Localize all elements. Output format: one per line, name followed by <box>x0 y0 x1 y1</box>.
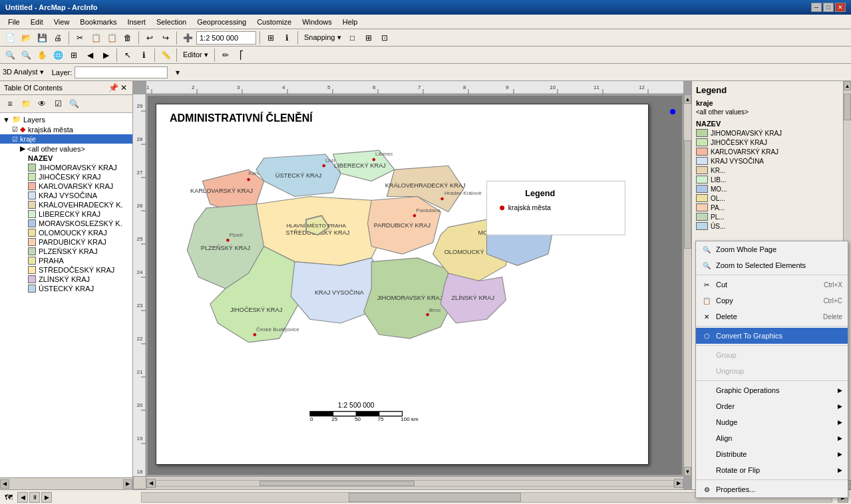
ctx-zoom-selected[interactable]: 🔍 Zoom to Selected Elements <box>696 257 848 273</box>
sketch2[interactable]: ⎡ <box>234 48 249 63</box>
toc-all-other[interactable]: ▶ <all other values> <box>0 144 132 154</box>
paste-button[interactable]: 📋 <box>104 31 119 45</box>
delete-button[interactable]: 🗑 <box>120 31 135 45</box>
toc-legend-14[interactable]: ÚSTECKÝ KRAJ <box>0 284 132 293</box>
ctx-zoom-whole-page[interactable]: 🔍 Zoom Whole Page <box>696 241 848 257</box>
ctx-copy[interactable]: 📋 Copy Ctrl+C <box>696 293 848 309</box>
scroll-down-btn[interactable]: ▼ <box>684 467 691 476</box>
snap3[interactable]: ⊡ <box>377 31 392 45</box>
toc-legend-8[interactable]: OLOMOUCKÝ KRAJ <box>0 228 132 237</box>
save-button[interactable]: 💾 <box>35 31 49 45</box>
toc-sel-view[interactable]: ☑ <box>51 96 65 111</box>
menu-help[interactable]: Help <box>337 17 363 27</box>
ctx-nudge[interactable]: Nudge ▶ <box>696 414 848 430</box>
scale-input[interactable] <box>196 31 256 45</box>
new-button[interactable]: 📄 <box>3 31 17 45</box>
h-scrollbar[interactable]: ◀ ▶ <box>146 476 683 489</box>
menu-windows[interactable]: Windows <box>297 17 337 27</box>
ctx-align[interactable]: Align ▶ <box>696 430 848 446</box>
menu-view[interactable]: View <box>49 17 75 27</box>
print-button[interactable]: 🖨 <box>51 31 65 45</box>
toc-legend-11[interactable]: PRAHA <box>0 256 132 265</box>
zoom-in[interactable]: 🔍 <box>3 48 17 63</box>
menu-geoprocessing[interactable]: Geoprocessing <box>192 17 252 27</box>
h-scrollbar-thumb[interactable] <box>259 481 415 486</box>
ctx-distribute[interactable]: Distribute ▶ <box>696 446 848 462</box>
layer-input[interactable] <box>75 66 168 78</box>
scroll-right-btn[interactable]: ▶ <box>674 479 683 488</box>
v-scrollbar-thumb[interactable] <box>684 140 691 249</box>
ctx-cut[interactable]: ✂ Cut Ctrl+X <box>696 277 848 293</box>
pause-btn[interactable]: ⏸ <box>29 492 40 503</box>
toc-close[interactable]: ✕ <box>119 83 128 92</box>
prev-extent[interactable]: ◀ <box>83 48 97 63</box>
cut-button[interactable]: ✂ <box>73 31 87 45</box>
scroll-left[interactable]: ◀ <box>0 479 9 489</box>
right-scroll-up[interactable]: ▲ <box>844 81 851 90</box>
menu-selection[interactable]: Selection <box>151 17 192 27</box>
menu-edit[interactable]: Edit <box>25 17 49 27</box>
scroll-left-btn[interactable]: ◀ <box>146 479 156 488</box>
snap2[interactable]: ⊞ <box>361 31 376 45</box>
menu-insert[interactable]: Insert <box>122 17 151 27</box>
toc-legend-2[interactable]: JIHOČESKÝ KRAJ <box>0 172 132 182</box>
toc-legend-12[interactable]: STŘEDOČESKÝ KRAJ <box>0 265 132 275</box>
redo-button[interactable]: ↪ <box>158 31 173 45</box>
main-hscroll-thumb[interactable] <box>349 493 521 502</box>
toc-pin[interactable]: 📌 <box>108 83 118 92</box>
maximize-button[interactable]: □ <box>823 3 834 12</box>
toc-vis-view[interactable]: 👁 <box>35 96 49 111</box>
analyst-dropdown[interactable]: 3D Analyst ▾ <box>3 68 44 76</box>
undo-button[interactable]: ↩ <box>142 31 157 45</box>
globe[interactable]: 🌐 <box>51 48 65 63</box>
toc-list-view[interactable]: ≡ <box>3 96 17 111</box>
toc-legend-10[interactable]: PLZEŇSKÝ KRAJ <box>0 247 132 256</box>
menu-customize[interactable]: Customize <box>252 17 297 27</box>
toc-legend-6[interactable]: LIBERECKÝ KRAJ <box>0 209 132 219</box>
toc-search[interactable]: 🔍 <box>67 96 81 111</box>
menu-bookmarks[interactable]: Bookmarks <box>75 17 122 27</box>
menu-file[interactable]: File <box>3 17 25 27</box>
pan[interactable]: ✋ <box>35 48 49 63</box>
snap1[interactable]: □ <box>345 31 360 45</box>
identify2[interactable]: ℹ <box>136 48 151 63</box>
zoom-out[interactable]: 🔍 <box>19 48 33 63</box>
v-scrollbar[interactable]: ▲ ▼ <box>683 94 691 476</box>
toc-legend-9[interactable]: PARDUBICKÝ KRAJ <box>0 237 132 247</box>
toc-layers-group[interactable]: ▼ 📁 Layers <box>0 114 132 124</box>
toc-legend-4[interactable]: KRAJ VYSOČINA <box>0 191 132 200</box>
snapping-dropdown[interactable]: Snapping ▾ <box>304 33 341 42</box>
select-arrow[interactable]: ↖ <box>120 48 135 63</box>
toc-hscroll[interactable]: ◀ ▶ <box>0 477 132 489</box>
ctx-graphic-operations[interactable]: Graphic Operations ▶ <box>696 382 848 398</box>
zoom-full-button[interactable]: ⊞ <box>263 31 278 45</box>
toc-legend-7[interactable]: MORAVSKOSLEZSKÝ K. <box>0 219 132 228</box>
identify-button[interactable]: ℹ <box>279 31 294 45</box>
map-paper[interactable]: ADMINISTRATIVNÍ ČLENĚNÍ KARLOVARSKÝ KRAJ… <box>156 104 649 465</box>
layer-dropdown-btn[interactable]: ▾ <box>170 65 185 80</box>
add-data-button[interactable]: ➕ <box>180 31 195 45</box>
ctx-order[interactable]: Order ▶ <box>696 398 848 414</box>
scroll-up-btn[interactable]: ▲ <box>684 94 691 104</box>
prev-page[interactable]: ◀ <box>17 492 28 503</box>
copy-button[interactable]: 📋 <box>88 31 103 45</box>
toc-legend-5[interactable]: KRÁLOVEHRADECKÝ K. <box>0 200 132 209</box>
ctx-rotate-flip[interactable]: Rotate or Flip ▶ <box>696 462 848 478</box>
close-button[interactable]: ✕ <box>835 3 846 12</box>
scroll-right[interactable]: ▶ <box>123 479 132 489</box>
full-extent[interactable]: ⊞ <box>67 48 81 63</box>
toc-kraje[interactable]: ☑ kraje <box>0 134 132 144</box>
minimize-button[interactable]: ─ <box>811 3 822 12</box>
next-extent[interactable]: ▶ <box>98 48 113 63</box>
open-button[interactable]: 📂 <box>19 31 33 45</box>
next-page[interactable]: ▶ <box>41 492 52 503</box>
sketch1[interactable]: ✏ <box>218 48 233 63</box>
editor-dropdown[interactable]: Editor ▾ <box>183 51 208 59</box>
toc-source-view[interactable]: 📁 <box>19 96 33 111</box>
ctx-convert-graphics[interactable]: ⬡ Convert To Graphics <box>696 328 848 344</box>
toc-legend-1[interactable]: JIHOMORAVSKÝ KRAJ <box>0 163 132 172</box>
measure[interactable]: 📏 <box>158 48 173 63</box>
right-scroll-thumb[interactable] <box>844 94 851 120</box>
view-layout[interactable]: 🗺 <box>3 491 15 503</box>
ctx-properties[interactable]: ⚙ Properties... <box>696 481 848 497</box>
